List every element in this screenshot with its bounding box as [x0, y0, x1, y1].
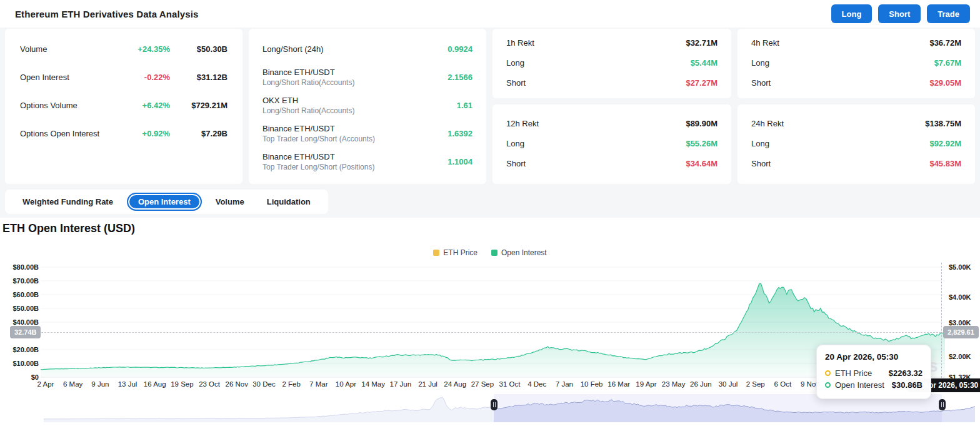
rekt-long-value: $5.44M: [691, 58, 718, 68]
x-axis-label: 16 Mar: [608, 380, 630, 388]
tab-volume[interactable]: Volume: [207, 193, 253, 211]
rekt-long-label: Long: [506, 139, 524, 148]
legend-label: ETH Price: [443, 248, 478, 257]
ratio-value: 1.6392: [448, 129, 472, 138]
y-axis-left-label: $10.00B: [0, 360, 39, 367]
y-axis-left-label: $50.00B: [0, 305, 39, 312]
y-axis-left-label: $20.00B: [0, 346, 39, 353]
rekt-title: 12h Rekt: [506, 119, 539, 128]
stat-value: $7.29B: [170, 129, 228, 138]
x-axis-label: 14 May: [361, 380, 385, 388]
rekt-long-label: Long: [506, 58, 524, 68]
rekt-short-value: $34.64M: [686, 159, 718, 168]
y-axis-right-label: $2.00K: [949, 353, 980, 360]
legend-swatch-eth-price: [433, 250, 439, 256]
stat-row-options-open-interest: Options Open Interest +0.92% $7.29B: [20, 119, 228, 148]
x-axis-label: 19 Apr: [636, 380, 656, 388]
y-axis-left-label: $0: [0, 373, 39, 381]
x-axis-label: 2 Sep: [746, 380, 765, 388]
tooltip-label: ETH Price: [835, 368, 872, 378]
ratio-value: 2.1566: [448, 73, 472, 82]
y-axis-left-label: $70.00B: [0, 277, 39, 285]
x-axis-label: 9 Jun: [91, 380, 109, 388]
page-title: Ethereum ETH Derivatives Data Analysis: [15, 9, 198, 19]
rekt-long-label: Long: [751, 139, 769, 148]
ratio-label: OKX ETH: [262, 95, 354, 106]
x-axis-label: 31 Oct: [499, 380, 521, 388]
rekt-title: 4h Rekt: [751, 38, 779, 48]
navigator-left-handle[interactable]: [491, 399, 498, 410]
x-axis-label: 21 Jul: [418, 380, 438, 388]
rekt-total: $138.75M: [925, 119, 961, 128]
page-header: Ethereum ETH Derivatives Data Analysis L…: [0, 0, 980, 28]
legend-item-eth-price[interactable]: ETH Price: [433, 248, 478, 257]
tooltip-row-open-interest: Open Interest $30.86B: [825, 379, 922, 391]
chart-tabs: Weighted Funding Rate Open Interest Volu…: [5, 190, 328, 214]
ratio-label: Long/Short (24h): [262, 44, 324, 54]
stat-row-volume: Volume +24.35% $50.30B: [20, 35, 228, 63]
legend-item-open-interest[interactable]: Open Interest: [491, 248, 547, 257]
crosshair-vertical-line: [941, 263, 942, 378]
market-stats-card: Volume +24.35% $50.30B Open Interest -0.…: [5, 29, 242, 184]
y-axis-left-label: $80.00B: [0, 263, 39, 271]
ratio-row: Binance ETH/USDT Long/Short Ratio(Accoun…: [262, 63, 472, 91]
stat-value: $50.30B: [170, 44, 228, 54]
ratio-value: 1.61: [457, 101, 472, 110]
ratio-label: Binance ETH/USDT: [262, 123, 375, 134]
ratio-row: OKX ETH Long/Short Ratio(Accounts) 1.61: [262, 91, 472, 119]
x-axis-label: 4 Dec: [528, 380, 546, 388]
tooltip-value: $30.86B: [892, 380, 922, 390]
ratio-value: 1.1004: [448, 157, 472, 166]
tab-weighted-funding-rate[interactable]: Weighted Funding Rate: [14, 193, 122, 211]
stat-row-options-volume: Options Volume +6.42% $729.21M: [20, 91, 228, 119]
rekt-short-label: Short: [751, 159, 771, 168]
x-axis-label: 26 Jun: [690, 380, 712, 388]
y-axis-right-label: $3.00K: [949, 319, 980, 327]
stat-value: $729.21M: [170, 101, 228, 110]
rekt-1h-card: 1h Rekt$32.71M Long$5.44M Short$27.27M: [492, 29, 731, 98]
rekt-short-value: $45.83M: [929, 159, 961, 168]
chart-title: ETH Open Interest (USD): [2, 222, 135, 235]
x-axis-label: 10 Apr: [336, 380, 356, 388]
rekt-short-label: Short: [751, 78, 771, 88]
tab-open-interest[interactable]: Open Interest: [127, 193, 202, 211]
rekt-short-value: $29.05M: [929, 78, 961, 88]
ratio-row: Long/Short (24h) 0.9924: [262, 35, 472, 63]
x-axis-label: 10 Feb: [581, 380, 603, 388]
y-axis-right-label: $4.00K: [949, 293, 980, 301]
navigator-unselected-region[interactable]: [44, 394, 494, 422]
x-axis-label: 23 Oct: [199, 380, 220, 388]
stat-change: +6.42%: [110, 101, 170, 110]
tab-liquidation[interactable]: Liquidation: [258, 193, 319, 211]
trade-button[interactable]: Trade: [927, 4, 970, 23]
rekt-total: $36.72M: [929, 38, 961, 48]
ratio-value: 0.9924: [448, 44, 472, 54]
long-short-ratio-card: Long/Short (24h) 0.9924 Binance ETH/USDT…: [249, 29, 486, 184]
ratio-row: Binance ETH/USDT Top Trader Long/Short (…: [262, 119, 472, 148]
y-axis-right-label: $5.00K: [949, 263, 980, 271]
x-axis-label: 19 Sep: [171, 380, 193, 388]
legend-label: Open Interest: [501, 248, 547, 257]
y-axis-left-label: $60.00B: [0, 291, 39, 298]
tooltip-time: 20 Apr 2026, 05:30: [825, 352, 922, 362]
navigator-right-handle[interactable]: [939, 399, 946, 410]
chart-tooltip: 20 Apr 2026, 05:30 ETH Price $2263.32 Op…: [816, 345, 931, 399]
legend-swatch-open-interest: [491, 250, 498, 256]
latest-eth-price-badge: 2,829.61: [943, 326, 979, 338]
long-button[interactable]: Long: [831, 4, 872, 23]
x-axis-label: 24 Aug: [444, 380, 466, 388]
ratio-sublabel: Long/Short Ratio(Accounts): [262, 78, 354, 88]
chart-card: ETH Open Interest (USD) ETH Price Open I…: [0, 218, 980, 426]
ratio-sublabel: Top Trader Long/Short (Accounts): [262, 134, 375, 145]
stat-change: -0.22%: [110, 73, 170, 82]
rekt-long-value: $7.67M: [934, 58, 961, 68]
rekt-short-label: Short: [506, 78, 526, 88]
rekt-total: $32.71M: [686, 38, 718, 48]
x-axis-label: 13 Jul: [118, 380, 138, 388]
x-axis-label: 17 Jun: [390, 380, 412, 388]
header-buttons: Long Short Trade: [831, 4, 970, 23]
x-axis-label: 30 Jul: [719, 380, 738, 388]
short-button[interactable]: Short: [878, 4, 921, 23]
x-axis-label: 16 Aug: [144, 380, 166, 388]
rekt-24h-card: 24h Rekt$138.75M Long$92.92M Short$45.83…: [738, 104, 975, 184]
